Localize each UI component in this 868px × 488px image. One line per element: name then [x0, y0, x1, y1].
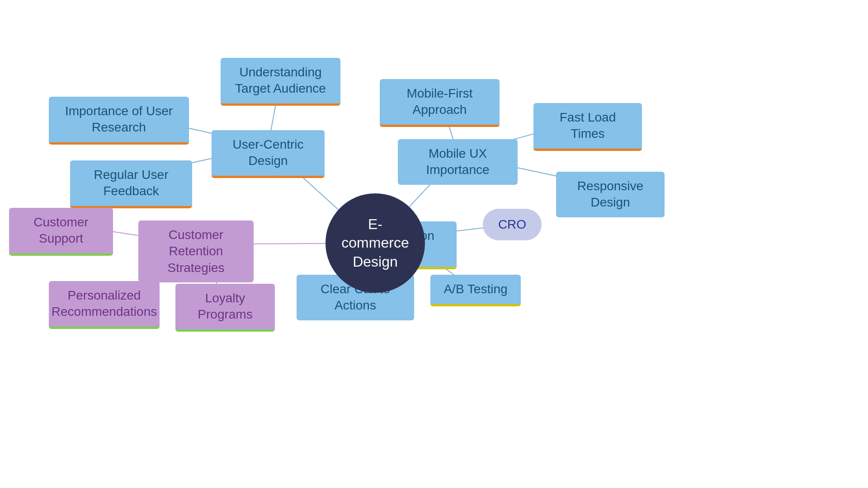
mind-map: User-Centric DesignUnderstanding Target … [0, 0, 868, 488]
cro[interactable]: CRO [483, 209, 542, 240]
personalized-recommendations[interactable]: Personalized Recommendations [49, 281, 160, 329]
mobile-ux-importance[interactable]: Mobile UX Importance [398, 139, 518, 185]
center-node: E-commerce Design [326, 193, 425, 293]
regular-user-feedback[interactable]: Regular User Feedback [70, 160, 192, 208]
responsive-design[interactable]: Responsive Design [556, 172, 665, 217]
mobile-first-approach[interactable]: Mobile-First Approach [380, 79, 500, 127]
fast-load-times[interactable]: Fast Load Times [533, 103, 642, 151]
loyalty-programs[interactable]: Loyalty Programs [175, 284, 275, 332]
importance-of-user-research[interactable]: Importance of User Research [49, 97, 189, 145]
customer-retention-strategies[interactable]: Customer Retention Strategies [138, 221, 254, 282]
understanding-target-audience[interactable]: Understanding Target Audience [221, 58, 340, 106]
ab-testing[interactable]: A/B Testing [430, 275, 521, 306]
customer-support[interactable]: Customer Support [9, 208, 113, 256]
user-centric-design[interactable]: User-Centric Design [212, 130, 325, 178]
